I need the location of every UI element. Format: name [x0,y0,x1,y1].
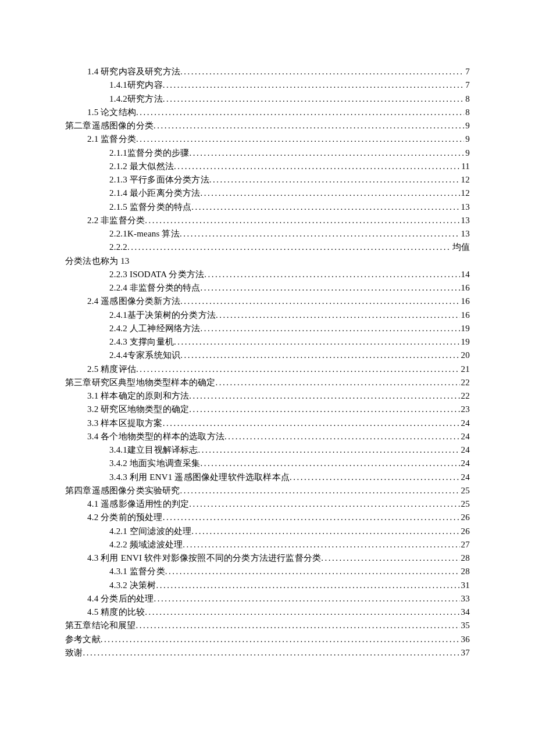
toc-entry-label: 3.4.2 地面实地调查采集 [109,457,201,470]
toc-page-number: 16 [460,281,470,295]
toc-dot-leader [136,132,464,146]
toc-page-number: 21 [460,363,470,376]
toc-entry-label: 3.4.1建立目视解译标志 [109,443,198,457]
toc-dot-leader [145,214,459,227]
toc-entry-label: 2.2.4 非监督分类的特点 [109,281,201,295]
toc-page-number: 26 [460,525,470,538]
toc-entry-label: 1.4.2研究方法 [109,92,163,106]
toc-page-number: 8 [464,106,470,119]
toc-entry: 2.2.3 ISODATA 分类方法14 [65,268,470,281]
toc-page-number: 28 [460,565,470,578]
toc-entry: 1.4.2研究方法8 [65,92,470,106]
toc-dot-leader [189,146,464,160]
toc-entry: 第三章研究区典型地物类型样本的确定22 [65,376,470,389]
toc-dot-leader [156,579,460,592]
toc-entry-label: 2.2.3 ISODATA 分类方法 [109,268,204,281]
toc-page-number: 36 [460,633,470,646]
toc-page-number: 37 [460,646,470,660]
toc-entry: 参考文献36 [65,633,470,646]
toc-entry-label: 2.2.2 [109,241,127,254]
toc-page-number: 9 [464,119,470,132]
toc-dot-leader [154,119,464,132]
toc-page-number: 13 [460,200,470,214]
toc-page-number: 20 [460,349,470,362]
toc-entry-label: 4.2.2 频域滤波处理 [109,538,183,551]
toc-entry: 2.4.1基于决策树的分类方法16 [65,309,470,322]
toc-page-number: 12 [460,173,470,187]
toc-entry: 4.2.2 频域滤波处理27 [65,538,470,551]
toc-page-number: 13 [460,227,470,241]
toc-page-number: 28 [460,551,470,565]
toc-entry-label: 分类法也称为 13 [65,255,130,268]
toc-entry-tail: 均值 [450,241,470,254]
toc-entry: 2.4 遥感图像分类新方法16 [65,295,470,308]
toc-dot-leader [154,592,460,605]
toc-dot-leader [180,349,459,362]
toc-entry: 3.3 样本区提取方案24 [65,417,470,430]
toc-entry-label: 4.1 遥感影像适用性的判定 [87,497,189,511]
toc-dot-leader [189,389,459,403]
toc-dot-leader [209,173,460,187]
toc-entry: 2.4.2 人工神经网络方法19 [65,322,470,335]
toc-dot-leader [321,551,459,565]
toc-page-number: 8 [464,92,470,106]
toc-page-number: 31 [460,579,470,592]
toc-entry-label: 第四章遥感图像分类实验研究 [65,484,180,497]
toc-entry-label: 3.3 样本区提取方案 [87,417,163,430]
toc-dot-leader [191,200,459,214]
toc-entry: 4.2 分类前的预处理26 [65,511,470,524]
toc-page-number: 16 [460,295,470,308]
toc-page-number: 7 [464,78,470,92]
toc-page-number: 9 [464,132,470,146]
toc-entry: 3.4 各个地物类型的样本的选取方法24 [65,430,470,443]
toc-entry-label: 4.4 分类后的处理 [87,592,154,605]
toc-entry-label: 4.2.1 空间滤波的处理 [109,525,191,538]
toc-entry-label: 2.1 监督分类 [87,132,136,146]
toc-entry-label: 4.2 分类前的预处理 [87,511,163,524]
toc-entry-label: 2.4.1基于决策树的分类方法 [109,309,216,322]
toc-page-number: 25 [460,484,470,497]
toc-entry: 2.1.2 最大似然法11 [65,160,470,173]
toc-entry-label: 第五章结论和展望 [65,619,136,632]
toc-dot-leader [83,646,459,660]
toc-page-number: 7 [464,65,470,78]
toc-dot-leader [136,619,460,632]
toc-entry: 3.1 样本确定的原则和方法22 [65,389,470,403]
toc-page-number: 23 [460,403,470,416]
table-of-contents: 1.4 研究内容及研究方法71.4.1研究内容71.4.2研究方法81.5 论文… [65,65,470,660]
toc-page-number: 26 [460,511,470,524]
toc-dot-leader [189,497,459,511]
toc-dot-leader [136,363,459,376]
toc-dot-leader [180,65,464,78]
toc-entry: 4.3.1 监督分类28 [65,565,470,578]
toc-page-number: 24 [460,471,470,484]
toc-entry-label: 1.4.1研究内容 [109,78,163,92]
toc-dot-leader [145,605,459,619]
toc-page-number: 12 [460,187,470,200]
toc-entry: 2.1.4 最小距离分类方法12 [65,187,470,200]
toc-entry: 4.1 遥感影像适用性的判定25 [65,497,470,511]
toc-entry-label: 2.1.4 最小距离分类方法 [109,187,201,200]
toc-page-number: 24 [460,417,470,430]
toc-dot-leader [180,295,459,308]
toc-page-number: 16 [460,309,470,322]
toc-entry: 2.2.4 非监督分类的特点16 [65,281,470,295]
toc-entry-label: 2.2 非监督分类 [87,214,145,227]
toc-entry-label: 第三章研究区典型地物类型样本的确定 [65,376,215,389]
toc-entry: 2.1.5 监督分类的特点13 [65,200,470,214]
toc-page-number: 25 [460,497,470,511]
toc-entry: 2.1.1监督分类的步骤9 [65,146,470,160]
toc-dot-leader [191,525,459,538]
toc-page-number: 24 [460,443,470,457]
toc-page-number: 34 [460,605,470,619]
toc-dot-leader [180,484,460,497]
toc-entry-label: 1.5 论文结构 [87,106,136,119]
toc-entry-label: 2.1.2 最大似然法 [109,160,174,173]
toc-entry-label: 2.2.1K-means 算法 [109,227,180,241]
toc-entry: 2.4.4专家系统知识20 [65,349,470,362]
toc-dot-leader [183,538,459,551]
toc-page-number: 24 [460,430,470,443]
toc-entry-label: 4.5 精度的比较 [87,605,145,619]
toc-dot-leader [204,268,459,281]
toc-entry: 1.4.1研究内容7 [65,78,470,92]
